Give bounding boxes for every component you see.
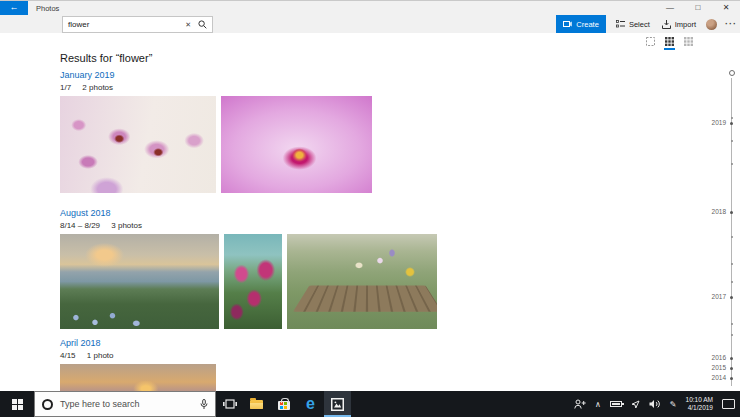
file-explorer-button[interactable]	[243, 391, 270, 417]
group-meta: 8/14 – 8/29 3 photos	[60, 221, 437, 230]
view-toggles	[645, 37, 694, 50]
timeline-year-bullet	[730, 211, 733, 214]
microsoft-store-button[interactable]	[270, 391, 297, 417]
location-icon[interactable]	[631, 400, 640, 409]
timeline-year-bullet	[730, 367, 733, 370]
windows-logo-icon	[12, 399, 23, 410]
search-input[interactable]: flower ✕	[62, 16, 213, 33]
clock-time: 10:10 AM	[686, 396, 713, 404]
photo-group-august-2018: August 2018 8/14 – 8/29 3 photos	[60, 208, 437, 329]
back-icon: ←	[10, 2, 19, 12]
import-icon	[662, 20, 671, 29]
import-button[interactable]: Import	[660, 15, 698, 33]
battery-icon[interactable]	[610, 401, 622, 407]
photo-thumbnail[interactable]	[60, 234, 219, 329]
photos-app-icon	[331, 398, 344, 411]
taskbar-search-placeholder: Type here to search	[60, 399, 193, 409]
show-hidden-icons-chevron[interactable]: ∧	[595, 400, 601, 409]
timeline-year[interactable]: 2014	[704, 374, 726, 381]
edge-button[interactable]: e	[297, 391, 324, 417]
maximize-button[interactable]: □	[684, 1, 712, 15]
search-icon[interactable]	[198, 20, 207, 29]
cortana-icon	[42, 399, 53, 410]
timeline-dot	[731, 263, 733, 265]
volume-icon[interactable]	[649, 399, 661, 409]
command-bar: Create Select Import ···	[556, 15, 737, 33]
group-title[interactable]: January 2019	[60, 70, 372, 80]
group-meta: 1/7 2 photos	[60, 83, 372, 92]
timeline-year[interactable]: 2015	[704, 364, 726, 371]
taskbar-spacer	[351, 391, 574, 417]
back-button[interactable]: ←	[0, 1, 28, 15]
group-meta: 4/15 1 photo	[60, 351, 216, 360]
photos-app-button-active[interactable]	[324, 391, 351, 417]
taskbar-search-box[interactable]: Type here to search	[34, 391, 216, 417]
create-icon	[563, 20, 572, 28]
timeline-year[interactable]: 2017	[704, 293, 726, 300]
photos-app-window: ← Photos — □ ✕ flower ✕ Create	[0, 0, 740, 417]
timeline-year-bullet	[730, 122, 733, 125]
small-thumbnails-toggle[interactable]	[683, 37, 694, 50]
photo-thumbnail[interactable]	[224, 234, 282, 329]
grid-view-toggle-selected[interactable]	[664, 37, 675, 50]
group-photo-count: 3 photos	[111, 221, 142, 230]
group-title[interactable]: April 2018	[60, 338, 216, 348]
group-date-range: 1/7	[60, 83, 71, 92]
timeline-dot	[731, 236, 733, 238]
app-title: Photos	[36, 4, 59, 13]
see-more-button[interactable]: ···	[725, 19, 737, 29]
timeline-dot	[731, 281, 733, 283]
photo-group-january-2019: January 2019 1/7 2 photos	[60, 70, 372, 193]
search-value: flower	[68, 20, 185, 29]
clear-search-icon[interactable]: ✕	[185, 21, 191, 29]
system-tray: ∧ ✎ 10:10 AM 4/1/2019	[574, 391, 740, 417]
start-button[interactable]	[0, 391, 34, 417]
create-label: Create	[576, 20, 599, 29]
timeline-year-bullet	[730, 357, 733, 360]
select-icon	[616, 20, 625, 28]
selected-toggle-underline	[664, 48, 675, 50]
timeline-dot	[731, 334, 733, 336]
folder-icon	[250, 400, 263, 409]
select-label: Select	[629, 20, 650, 29]
taskbar-clock[interactable]: 10:10 AM 4/1/2019	[686, 396, 713, 413]
timeline-dot	[731, 163, 733, 165]
group-date-range: 8/14 – 8/29	[60, 221, 100, 230]
timeline-year-bullet	[730, 296, 733, 299]
import-label: Import	[675, 20, 696, 29]
people-icon[interactable]	[574, 399, 586, 409]
minimize-button[interactable]: —	[656, 1, 684, 15]
action-center-icon[interactable]	[722, 399, 735, 409]
timeline-year-bullet	[730, 377, 733, 380]
create-button[interactable]: Create	[556, 15, 606, 33]
photo-thumbnail[interactable]	[60, 96, 216, 193]
close-button[interactable]: ✕	[712, 1, 740, 15]
task-view-button[interactable]	[216, 391, 243, 417]
timeline-dot	[731, 140, 733, 142]
windows-ink-pen-icon[interactable]: ✎	[670, 400, 677, 409]
account-avatar[interactable]	[706, 19, 717, 30]
taskbar: Type here to search e ∧	[0, 391, 740, 417]
window-controls: — □ ✕	[656, 1, 740, 15]
select-button[interactable]: Select	[614, 15, 652, 33]
titlebar: ← Photos — □ ✕	[0, 1, 740, 15]
microphone-icon[interactable]	[200, 399, 208, 410]
large-thumbnails-toggle[interactable]	[645, 37, 656, 50]
app-header: ← Photos — □ ✕ flower ✕ Create	[0, 0, 740, 33]
group-date-range: 4/15	[60, 351, 76, 360]
photo-thumbnail[interactable]	[221, 96, 372, 193]
timeline-dot	[731, 323, 733, 325]
clock-date: 4/1/2019	[686, 404, 713, 412]
timeline-scrubber-knob[interactable]	[729, 70, 735, 76]
photo-thumbnail[interactable]	[287, 234, 437, 329]
timeline-dot	[731, 117, 733, 119]
group-photo-count: 2 photos	[82, 83, 113, 92]
group-title[interactable]: August 2018	[60, 208, 437, 218]
group-photo-count: 1 photo	[87, 351, 114, 360]
results-heading: Results for “flower”	[60, 52, 152, 64]
timeline-year[interactable]: 2018	[704, 208, 726, 215]
timeline-year[interactable]: 2016	[704, 354, 726, 361]
store-bag-icon	[278, 401, 290, 410]
timeline-year[interactable]: 2019	[704, 119, 726, 126]
photo-row	[60, 234, 437, 329]
